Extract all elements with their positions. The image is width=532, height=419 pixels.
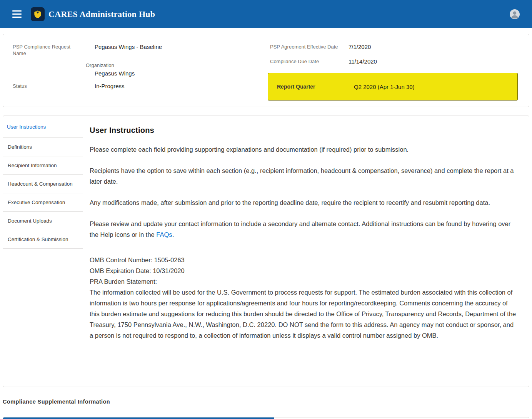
tab-executive-compensation[interactable]: Executive Compensation	[3, 193, 83, 212]
report-quarter-label: Report Quarter	[277, 84, 354, 90]
request-name-label: PSP Compliance Request Name	[13, 44, 95, 57]
report-quarter-highlight: Report Quarter Q2 2020 (Apr 1-Jun 30)	[268, 73, 518, 101]
summary-right-column: PSP Agreement Effective Date 7/1/2020 Co…	[268, 44, 518, 107]
user-avatar-icon[interactable]	[510, 9, 520, 19]
request-name-value: Pegasus Wings - Baseline	[95, 44, 162, 57]
instructions-paragraph-3: Any modifications made, after submission…	[90, 197, 517, 208]
supplemental-card-partial	[3, 417, 529, 419]
pra-burden-statement-text: The information collected will be used f…	[90, 287, 517, 341]
effective-date-value: 7/1/2020	[349, 44, 371, 50]
effective-date-label: PSP Agreement Effective Date	[270, 44, 349, 50]
section-tab-list: User Instructions Definitions Recipient …	[3, 116, 83, 387]
report-quarter-value: Q2 2020 (Apr 1-Jun 30)	[354, 84, 415, 90]
compliance-summary-card: PSP Compliance Request Name Pegasus Wing…	[3, 34, 529, 107]
report-sections-card: User Instructions Definitions Recipient …	[3, 116, 529, 387]
tab-recipient-information[interactable]: Recipient Information	[3, 156, 83, 175]
instructions-paragraph-4-period: .	[172, 231, 174, 238]
shield-icon	[33, 10, 42, 18]
compliance-supplemental-heading: Compliance Supplemental Information	[3, 399, 532, 405]
summary-left-column: PSP Compliance Request Name Pegasus Wing…	[13, 44, 268, 107]
pra-burden-statement-label: PRA Burden Statement:	[90, 276, 517, 287]
app-logo	[31, 7, 45, 21]
instructions-paragraph-4-text: Please review and update your contact in…	[90, 220, 510, 238]
status-value: In-Progress	[95, 83, 125, 90]
page-title: User Instructions	[90, 126, 517, 135]
faqs-link[interactable]: FAQs	[156, 231, 172, 238]
omb-control-number: OMB Control Number: 1505-0263	[90, 255, 517, 265]
due-date-value: 11/14/2020	[349, 58, 377, 65]
user-instructions-content: User Instructions Please complete each f…	[83, 116, 529, 387]
instructions-paragraph-4: Please review and update your contact in…	[90, 218, 517, 240]
instructions-paragraph-2: Recipients have the option to save withi…	[90, 165, 517, 187]
tab-definitions[interactable]: Definitions	[3, 137, 83, 156]
progress-strip	[3, 417, 274, 419]
status-label: Status	[13, 83, 95, 90]
omb-expiration-date: OMB Expiration Date: 10/31/2020	[90, 265, 517, 276]
organization-label: Organization	[86, 62, 268, 69]
tab-user-instructions[interactable]: User Instructions	[3, 121, 83, 136]
hamburger-menu-icon[interactable]	[12, 9, 22, 19]
organization-value: Pegasus Wings	[95, 70, 268, 77]
due-date-label: Compliance Due Date	[270, 58, 349, 65]
tab-document-uploads[interactable]: Document Uploads	[3, 211, 83, 230]
instructions-paragraph-1: Please complete each field providing sup…	[90, 144, 517, 155]
app-header: CARES Administration Hub	[0, 0, 532, 28]
tab-certification-submission[interactable]: Certification & Submission	[3, 230, 83, 249]
tab-headcount-compensation[interactable]: Headcount & Compensation	[3, 174, 83, 193]
omb-block: OMB Control Number: 1505-0263 OMB Expira…	[90, 255, 517, 341]
app-title: CARES Administration Hub	[48, 9, 155, 19]
